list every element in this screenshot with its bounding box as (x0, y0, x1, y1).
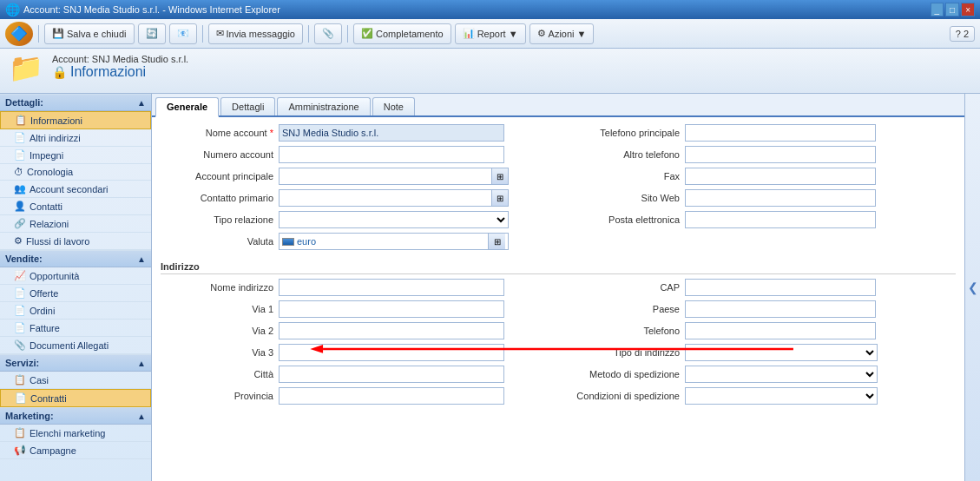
sidebar-item-cronologia[interactable]: ⏱ Cronologia (0, 164, 151, 181)
nome-account-row: Nome account (161, 124, 549, 142)
right-collapse-panel[interactable]: ❮ (964, 94, 980, 481)
numero-account-input[interactable] (279, 146, 504, 163)
sidebar-item-fatture[interactable]: 📄 Fatture (0, 320, 151, 337)
help-btn[interactable]: ? 2 (950, 26, 975, 42)
sidebar-item-contatti[interactable]: 👤 Contatti (0, 198, 151, 215)
sidebar-item-flussi[interactable]: ⚙ Flussi di lavoro (0, 233, 151, 250)
tipo-indirizzo-select[interactable] (685, 344, 878, 361)
provincia-input[interactable] (279, 387, 504, 405)
contratti-icon: 📄 (15, 392, 27, 404)
condizioni-spedizione-select[interactable] (685, 387, 878, 405)
page-title: 🔒 Informazioni (52, 64, 188, 80)
via1-input[interactable] (279, 300, 504, 318)
toolbar-icon-btn-2[interactable]: 📧 (169, 23, 197, 44)
tipo-relazione-select[interactable] (279, 211, 509, 228)
sidebar-section-servizi[interactable]: Servizi: ▲ (0, 354, 151, 372)
sidebar-item-impegni[interactable]: 📄 Impegni (0, 147, 151, 164)
close-btn[interactable]: × (961, 3, 975, 16)
sidebar-section-dettagli[interactable]: Dettagli: ▲ (0, 94, 151, 111)
title-bar: 🌐 Account: SNJ Media Studio s.r.l. - Win… (0, 0, 980, 19)
attachment-icon-btn[interactable]: 📎 (314, 23, 342, 44)
sep1 (38, 25, 39, 43)
paese-input[interactable] (685, 300, 876, 318)
save-icon: 💾 (52, 28, 64, 39)
tab-generale[interactable]: Generale (155, 97, 219, 117)
minimize-btn[interactable]: _ (931, 3, 944, 16)
sidebar-item-altri-indirizzi[interactable]: 📄 Altri indirizzi (0, 129, 151, 147)
sidebar-item-documenti[interactable]: 📎 Documenti Allegati (0, 337, 151, 354)
sidebar-item-offerte[interactable]: 📄 Offerte (0, 285, 151, 302)
flussi-icon: ⚙ (14, 235, 23, 247)
cap-input[interactable] (685, 279, 876, 296)
tab-amministrazione[interactable]: Amministrazione (277, 97, 370, 115)
azioni-btn[interactable]: ⚙ Azioni ▼ (529, 23, 595, 44)
via3-input[interactable] (279, 344, 504, 361)
campagne-icon: 📢 (14, 445, 26, 456)
via3-row: Via 3 (161, 344, 549, 361)
sidebar-item-ordini[interactable]: 📄 Ordini (0, 302, 151, 320)
sidebar-item-campagne[interactable]: 📢 Campagne (0, 442, 151, 459)
tab-note[interactable]: Note (372, 97, 415, 115)
fatture-icon: 📄 (14, 322, 26, 333)
icon2: 📧 (177, 28, 189, 39)
telefono-principale-input[interactable] (685, 124, 876, 142)
indirizzo-left-col: Nome indirizzo Via 1 Via 2 Via 3 (161, 279, 549, 409)
citta-input[interactable] (279, 366, 504, 383)
page-header-area: 📁 Account: SNJ Media Studio s.r.l. 🔒 Inf… (0, 49, 980, 94)
numero-account-label: Numero account (161, 149, 273, 160)
sidebar-item-casi[interactable]: 📋 Casi (0, 372, 151, 389)
content-area: Generale Dettagli Amministrazione Note N… (152, 94, 964, 481)
tab-dettagli[interactable]: Dettagli (220, 97, 275, 115)
paese-label: Paese (567, 304, 680, 314)
account-principale-lookup[interactable]: ⊞ (491, 168, 509, 185)
cronologia-icon: ⏱ (14, 167, 23, 177)
posta-elettronica-input[interactable] (685, 211, 876, 228)
maximize-btn[interactable]: □ (945, 3, 959, 16)
sidebar-item-relazioni[interactable]: 🔗 Relazioni (0, 215, 151, 233)
sidebar-item-informazioni[interactable]: 📋 Informazioni (0, 111, 151, 129)
breadcrumb: Account: SNJ Media Studio s.r.l. (52, 54, 188, 64)
toolbar: 🔷 💾 Salva e chiudi 🔄 📧 ✉ Invia messaggio… (0, 19, 980, 49)
casi-icon: 📋 (14, 374, 26, 385)
sidebar-item-account-secondari[interactable]: 👥 Account secondari (0, 181, 151, 198)
fax-input[interactable] (685, 168, 876, 185)
send-message-btn[interactable]: ✉ Invia messaggio (208, 23, 304, 44)
contatto-primario-input[interactable] (279, 189, 491, 207)
form-content: Nome account Numero account Account prin… (152, 117, 964, 481)
valuta-lookup[interactable]: ⊞ (488, 234, 505, 249)
report-btn[interactable]: 📊 Report ▼ (455, 23, 526, 44)
sidebar-item-elenchi[interactable]: 📋 Elenchi marketing (0, 425, 151, 442)
altro-telefono-input[interactable] (685, 146, 876, 163)
contatto-primario-lookup[interactable]: ⊞ (491, 189, 509, 207)
lock-icon: 🔒 (52, 65, 67, 79)
folder-logo: 📁 (9, 54, 43, 82)
completamento-btn[interactable]: ✅ Completamento (353, 23, 451, 44)
sidebar-section-marketing[interactable]: Marketing: ▲ (0, 407, 151, 425)
indirizzo-cols: Nome indirizzo Via 1 Via 2 Via 3 (161, 279, 956, 409)
sidebar-section-vendite[interactable]: Vendite: ▲ (0, 250, 151, 267)
contatto-primario-field: ⊞ (279, 189, 509, 207)
sito-web-input[interactable] (685, 189, 876, 207)
nome-indirizzo-input[interactable] (279, 279, 504, 296)
indirizzo-section-header: Indirizzo (161, 261, 956, 274)
telefono-principale-label: Telefono principale (567, 128, 680, 138)
telefono-row: Telefono (567, 322, 956, 339)
collapse-icon-dettagli: ▲ (137, 98, 146, 108)
sep3 (308, 25, 309, 43)
title-bar-controls[interactable]: _ □ × (931, 3, 975, 16)
account-principale-input[interactable] (279, 168, 491, 185)
sidebar-item-contratti[interactable]: 📄 Contratti (0, 389, 151, 407)
currency-flag (282, 238, 294, 246)
nome-account-input[interactable] (279, 124, 504, 142)
account-principale-label: Account principale (161, 171, 273, 181)
save-close-btn[interactable]: 💾 Salva e chiudi (44, 23, 135, 44)
sidebar-item-opportunita[interactable]: 📈 Opportunità (0, 267, 151, 285)
via2-input[interactable] (279, 322, 504, 339)
azioni-dropdown-icon: ▼ (577, 29, 587, 39)
collapse-icon-servizi: ▲ (137, 359, 146, 368)
message-icon: ✉ (216, 28, 224, 39)
telefono-input[interactable] (685, 322, 876, 339)
toolbar-icon-btn-1[interactable]: 🔄 (138, 23, 166, 44)
metodo-spedizione-select[interactable] (685, 366, 878, 383)
euro-link[interactable]: euro (297, 236, 316, 247)
